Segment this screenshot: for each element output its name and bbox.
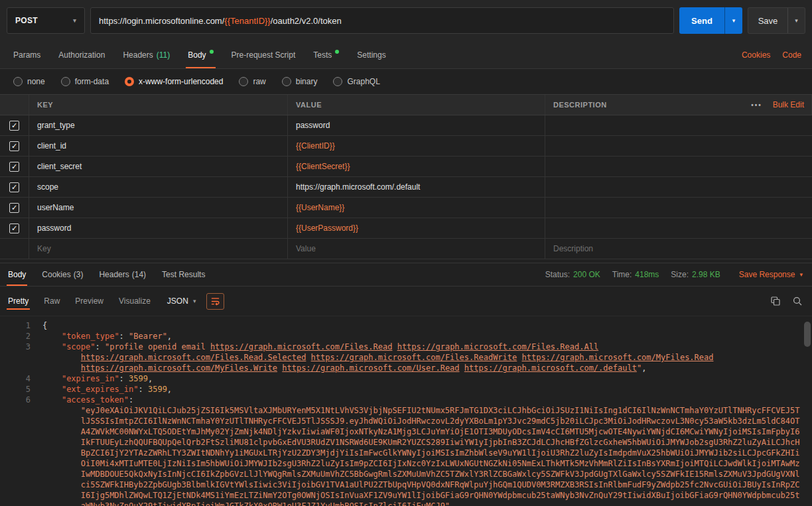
status-value: 200 OK [573,270,600,279]
time-label: Time: [612,270,632,279]
more-actions-icon[interactable]: ••• [751,101,762,109]
mode-raw[interactable]: raw [239,77,265,86]
save-response-button[interactable]: Save Response ▾ [739,270,803,279]
value-cell[interactable]: {{ClientID}} [288,136,545,156]
value-cell[interactable]: https://graph.microsoft.com/.default [288,177,545,197]
save-button[interactable]: Save [748,7,787,34]
bulk-edit-link[interactable]: Bulk Edit [773,100,804,109]
response-tab-cookies[interactable]: Cookies (3) [42,263,83,286]
response-url-link[interactable]: https://graph.microsoft.com/User.Read [282,363,459,373]
response-url-link[interactable]: https://graph.microsoft.com/MyFiles.Read [522,353,714,362]
response-header: Body Cookies (3) Headers (14) Test Resul… [0,263,812,286]
headers-count-badge: (11) [157,50,170,60]
tab-headers[interactable]: Headers (11) [123,41,170,68]
format-select[interactable]: JSON ▾ [167,296,196,306]
copy-icon [770,296,781,306]
view-tab-preview[interactable]: Preview [74,293,105,310]
value-cell[interactable]: {{ClientSecret}} [288,157,545,176]
key-cell[interactable]: password [29,218,288,238]
row-checkbox[interactable] [9,162,19,172]
url-text: https://login.microsoftonline.com/ [99,16,224,26]
response-url-link[interactable]: https://graph.microsoft.com/Files.Read.A… [397,342,598,351]
row-checkbox[interactable] [9,121,19,131]
response-url-link[interactable]: https://graph.microsoft.com/Files.ReadWr… [311,353,517,362]
size-meta: Size: 2.98 KB [671,270,720,279]
code-link[interactable]: Code [782,50,801,60]
value-cell[interactable]: {{UserPassword}} [288,218,545,238]
code-line: 4 "expires_in": 3599, [0,373,812,384]
response-tab-test-results[interactable]: Test Results [162,263,205,286]
mode-form-data[interactable]: form-data [61,77,109,86]
header-actions: ••• Bulk Edit [751,95,804,115]
line-number: 4 [0,373,42,384]
row-checkbox[interactable] [9,223,19,233]
response-tab-headers[interactable]: Headers (14) [99,263,146,286]
value-cell[interactable]: {{UserName}} [288,198,545,218]
scrollbar-thumb[interactable] [804,322,811,347]
description-input-cell[interactable]: Description [545,239,812,259]
row-checkbox[interactable] [9,182,19,192]
response-url-link[interactable]: https://graph.microsoft.com/Files.Read [210,342,393,351]
code-token: , [167,385,172,394]
view-tab-pretty[interactable]: Pretty [7,293,30,310]
code-token: "expires_in" [62,374,119,383]
key-input-cell[interactable]: Key [29,239,288,259]
description-cell[interactable] [545,136,812,156]
search-button[interactable] [792,296,803,306]
header-value: VALUE [288,95,545,115]
code-line-content: "scope": "profile openid email https://g… [42,342,812,373]
wrap-text-button[interactable] [206,293,224,310]
copy-button[interactable] [770,296,781,306]
view-tab-raw[interactable]: Raw [42,293,61,310]
mode-x-www-form-urlencoded[interactable]: x-www-form-urlencoded [125,77,223,86]
send-options-button[interactable]: ▾ [724,7,742,34]
checkbox-cell [0,115,29,135]
key-cell[interactable]: scope [29,177,288,197]
tab-pre-request-script[interactable]: Pre-request Script [232,41,296,68]
send-button[interactable]: Send [679,7,724,34]
description-cell[interactable] [545,157,812,176]
mode-none[interactable]: none [13,77,45,86]
code-token [392,342,397,351]
method-select[interactable]: POST ▾ [7,7,85,34]
save-options-button[interactable]: ▾ [787,7,805,34]
description-cell[interactable] [545,198,812,218]
tab-tests[interactable]: Tests [313,41,339,68]
tab-settings[interactable]: Settings [357,41,385,68]
key-cell[interactable]: client_id [29,136,288,156]
response-url-link[interactable]: https://graph.microsoft.com/.default [464,363,637,373]
code-token: : [119,332,129,341]
row-checkbox[interactable] [9,141,19,151]
view-tab-visualize[interactable]: Visualize [117,293,152,310]
value-cell[interactable]: password [288,115,545,135]
code-token: , [148,374,153,383]
mode-binary[interactable]: binary [282,77,318,86]
body-mode-selector: none form-data x-www-form-urlencoded raw… [0,69,812,94]
response-tab-body[interactable]: Body [8,263,26,286]
key-cell[interactable]: client_secret [29,157,288,176]
request-tabs-right: Cookies Code [742,41,801,68]
cookies-link[interactable]: Cookies [742,50,770,60]
code-token [42,374,62,383]
description-cell[interactable] [545,177,812,197]
response-url-link[interactable]: https://graph.microsoft.com/Files.Read.S… [81,353,306,362]
tab-authorization[interactable]: Authorization [58,41,105,68]
scrollbar[interactable] [804,322,811,503]
description-cell[interactable] [545,115,812,135]
mode-label: GraphQL [347,77,379,86]
value-input-cell[interactable]: Value [288,239,545,259]
key-cell[interactable]: grant_type [29,115,288,135]
description-cell[interactable] [545,218,812,238]
row-checkbox[interactable] [9,203,19,213]
mode-graphql[interactable]: GraphQL [333,77,379,86]
key-cell[interactable]: userName [29,198,288,218]
url-input[interactable]: https://login.microsoftonline.com/{{Tena… [90,7,674,34]
tab-body[interactable]: Body [188,41,213,68]
code-line: 1{ [0,320,812,331]
tab-params[interactable]: Params [13,41,40,68]
body-indicator-dot-icon [210,50,214,54]
chevron-down-icon: ▾ [732,17,736,24]
urlencoded-table: KEY VALUE DESCRIPTION ••• Bulk Edit gran… [0,94,812,259]
response-url-link[interactable]: https://graph.microsoft.com/MyFiles.Writ… [81,363,277,373]
time-meta: Time: 418ms [612,270,659,279]
